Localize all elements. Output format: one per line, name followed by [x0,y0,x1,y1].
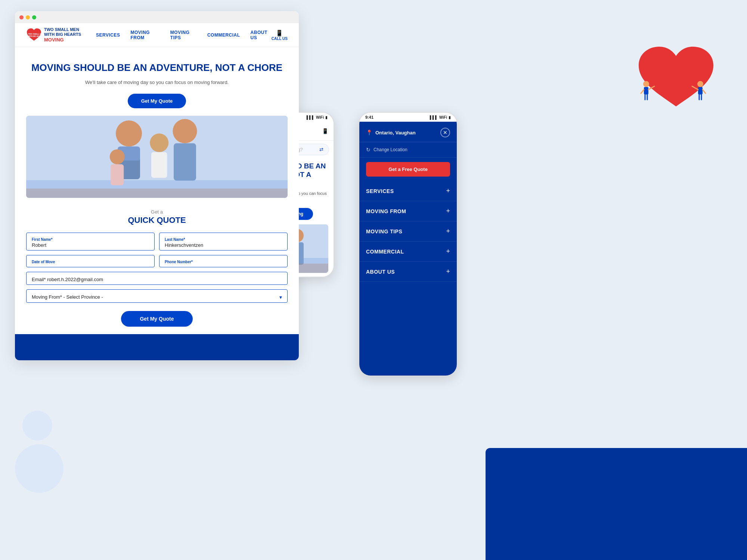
last-name-label: Last Name* [165,237,282,242]
blue-background-block [486,448,747,560]
svg-rect-7 [698,87,703,94]
signal-icon: ▌▌▌ [307,115,314,119]
svg-point-23 [110,149,125,164]
email-label: Email* [32,277,46,282]
menu-item-commercial-label: COMMERCIAL [366,249,404,255]
quote-get-text: Get a [26,209,288,215]
mobile-mockup-2: 9:41 ▌▌▌ WiFi ▮ 📍 Ontario, Vaughan ✕ ↻ C… [359,112,458,376]
logo-moving-text: MOVING [44,37,81,43]
svg-point-16 [116,120,142,146]
svg-rect-22 [151,152,167,178]
hero-section: MOVING SHOULD BE AN ADVENTURE, NOT A CHO… [15,47,299,198]
nav-link-services[interactable]: SERVICES [96,32,120,38]
status-icons-2: ▌▌▌ WiFi ▮ [430,115,451,119]
hero-image [26,116,288,198]
svg-point-6 [697,81,703,87]
call-icon: 📱 [276,29,283,37]
logo-text-line1: TWO SMALL MEN [44,27,81,32]
menu-location-row: 📍 Ontario, Vaughan ✕ [359,128,457,142]
battery-icon-2: ▮ [449,115,451,119]
call-label: CALL US [272,37,288,41]
desktop-browser-mockup: TWO SMALL MEN WITH BIG HEARTS TWO SMALL … [15,11,299,360]
date-of-move-field[interactable]: Date of Move [26,255,155,267]
menu-item-commercial[interactable]: COMMERCIAL + [359,242,457,262]
hero-title: MOVING SHOULD BE AN ADVENTURE, NOT A CHO… [26,62,288,74]
browser-close-dot[interactable] [19,15,24,19]
nav-link-about-us[interactable]: ABOUT US [251,30,272,40]
form-date-phone-row: Date of Move Phone Number* [26,255,288,267]
desktop-footer-bar [15,334,299,360]
family-photo [26,116,288,198]
svg-line-8 [703,90,706,93]
menu-item-moving-from[interactable]: MOVING FROM + [359,201,457,221]
moving-from-value: - Select Province - [63,294,103,300]
deco-heart-illustration [635,37,717,119]
menu-plus-icon-services: + [446,187,450,195]
nav-link-moving-tips[interactable]: MOVING TIPS [170,30,197,40]
nav-call[interactable]: 📱 CALL US [272,29,288,41]
menu-item-moving-tips-label: MOVING TIPS [366,228,402,234]
date-label: Date of Move [32,260,149,264]
browser-fullscreen-dot[interactable] [32,15,36,19]
change-location-label: Change Location [374,147,407,152]
browser-minimize-dot[interactable] [26,15,30,19]
mobile-call-icon[interactable]: 📱 [322,128,328,134]
hero-cta-button[interactable]: Get My Quote [128,94,186,108]
first-name-field[interactable]: First Name* Robert [26,233,155,251]
svg-rect-25 [26,189,288,198]
change-location-row[interactable]: ↻ Change Location [359,142,457,158]
change-location-icon: ↻ [366,147,371,153]
mobile2-menu: 📍 Ontario, Vaughan ✕ ↻ Change Location G… [359,122,457,376]
menu-item-about-us[interactable]: ABOUT US + [359,262,457,282]
svg-rect-20 [174,143,196,180]
svg-point-19 [173,119,197,143]
svg-text:TWO SMALL MEN: TWO SMALL MEN [28,33,42,35]
wifi-icon-2: WiFi [439,115,447,119]
svg-point-0 [643,81,649,87]
hero-subtitle: We'll take care of moving day so you can… [26,79,288,86]
menu-plus-icon-about-us: + [446,268,450,276]
menu-plus-icon-moving-tips: + [446,227,450,235]
moving-from-label: Moving From* [32,294,62,300]
decorative-blob-1 [15,444,63,493]
svg-rect-24 [111,164,124,185]
quote-section: Get a QUICK QUOTE First Name* Robert Las… [15,198,299,334]
nav-link-moving-from[interactable]: MOVING FROM [130,30,159,40]
select-arrow-icon: ▾ [279,294,282,300]
menu-item-services[interactable]: SERVICES + [359,181,457,201]
nav-logo[interactable]: TWO SMALL MEN WITH BIG HEARTS TWO SMALL … [26,27,81,43]
menu-item-about-us-label: ABOUT US [366,269,395,275]
first-name-label: First Name* [32,237,149,242]
svg-rect-1 [644,87,648,94]
menu-plus-icon-moving-from: + [446,207,450,215]
menu-item-moving-from-label: MOVING FROM [366,208,406,214]
submit-quote-button[interactable]: Get My Quote [121,311,192,327]
location-info: 📍 Ontario, Vaughan [366,130,416,136]
nav-link-commercial[interactable]: COMMERCIAL [207,32,240,38]
svg-point-21 [150,133,168,152]
svg-text:WITH BIG HEARTS: WITH BIG HEARTS [28,35,42,37]
logo-text-line2: WITH BIG HEARTS [44,32,81,37]
moving-from-field[interactable]: Moving From* - Select Province - ▾ [26,289,288,303]
first-name-value: Robert [32,242,46,248]
site-navigation: TWO SMALL MEN WITH BIG HEARTS TWO SMALL … [15,23,299,47]
signal-icon-2: ▌▌▌ [430,115,438,119]
location-text: Ontario, Vaughan [375,130,416,136]
menu-item-moving-tips[interactable]: MOVING TIPS + [359,221,457,242]
browser-chrome-bar [15,11,299,23]
menu-close-button[interactable]: ✕ [440,128,450,137]
status-icons-1: ▌▌▌ WiFi ▮ [307,115,328,119]
menu-item-services-label: SERVICES [366,188,394,194]
mobile2-time: 9:41 [365,115,374,119]
email-field[interactable]: Email* robert.h.2022@gmail.com [26,272,288,285]
menu-quote-button[interactable]: Get a Free Quote [366,162,450,177]
filter-icon[interactable]: ⇄ [319,147,323,152]
menu-plus-icon-commercial: + [446,248,450,255]
phone-label: Phone Number* [165,260,282,264]
quote-title: QUICK QUOTE [26,215,288,225]
last-name-field[interactable]: Last Name* Hinkerschventzen [159,233,288,251]
phone-field[interactable]: Phone Number* [159,255,288,267]
last-name-value: Hinkerschventzen [165,242,203,248]
location-pin-icon: 📍 [366,130,372,136]
svg-line-2 [641,90,644,93]
